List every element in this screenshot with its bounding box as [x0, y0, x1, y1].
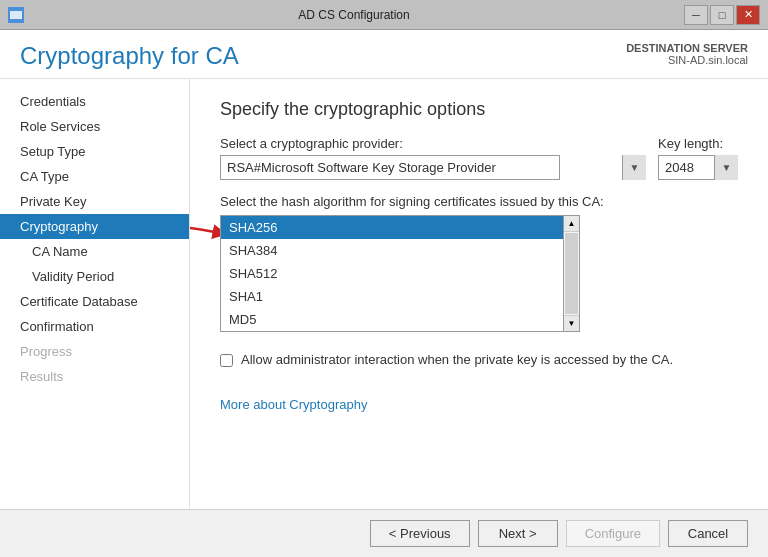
- hash-listbox-wrapper: SHA256 SHA384 SHA512 SHA1 MD5 ▲ ▼: [220, 215, 580, 332]
- close-button[interactable]: ✕: [736, 5, 760, 25]
- provider-label: Select a cryptographic provider:: [220, 136, 646, 151]
- sidebar-item-certificate-database[interactable]: Certificate Database: [0, 289, 189, 314]
- sidebar-item-private-key[interactable]: Private Key: [0, 189, 189, 214]
- key-length-label: Key length:: [658, 136, 738, 151]
- section-title: Specify the cryptographic options: [220, 99, 738, 120]
- key-length-select-container: 2048 ▼: [658, 155, 738, 180]
- previous-button[interactable]: < Previous: [370, 520, 470, 547]
- sidebar-item-setup-type[interactable]: Setup Type: [0, 139, 189, 164]
- title-bar-icon: [8, 7, 24, 23]
- key-length-col: Key length: 2048 ▼: [658, 136, 738, 180]
- hash-label: Select the hash algorithm for signing ce…: [220, 194, 738, 209]
- hash-group: Select the hash algorithm for signing ce…: [220, 194, 738, 332]
- next-button[interactable]: Next >: [478, 520, 558, 547]
- window-controls: ─ □ ✕: [684, 5, 760, 25]
- hash-item-md5[interactable]: MD5: [221, 308, 563, 331]
- content-area: Credentials Role Services Setup Type CA …: [0, 79, 768, 509]
- provider-key-row: Select a cryptographic provider: RSA#Mic…: [220, 136, 738, 180]
- admin-interaction-label[interactable]: Allow administrator interaction when the…: [241, 352, 673, 367]
- maximize-button[interactable]: □: [710, 5, 734, 25]
- main-content: Specify the cryptographic options Select…: [190, 79, 768, 509]
- minimize-button[interactable]: ─: [684, 5, 708, 25]
- sidebar-item-role-services[interactable]: Role Services: [0, 114, 189, 139]
- page-header: Cryptography for CA DESTINATION SERVER S…: [0, 30, 768, 79]
- sidebar-item-credentials[interactable]: Credentials: [0, 89, 189, 114]
- destination-label: DESTINATION SERVER: [626, 42, 748, 54]
- destination-server: DESTINATION SERVER SIN-AD.sin.local: [626, 42, 748, 66]
- destination-value: SIN-AD.sin.local: [668, 54, 748, 66]
- configure-button: Configure: [566, 520, 660, 547]
- sidebar-item-ca-name[interactable]: CA Name: [0, 239, 189, 264]
- provider-select[interactable]: RSA#Microsoft Software Key Storage Provi…: [220, 155, 560, 180]
- window-title: AD CS Configuration: [24, 8, 684, 22]
- sidebar-item-cryptography[interactable]: Cryptography: [0, 214, 189, 239]
- hash-item-sha512[interactable]: SHA512: [221, 262, 563, 285]
- sidebar-item-confirmation[interactable]: Confirmation: [0, 314, 189, 339]
- checkbox-row: Allow administrator interaction when the…: [220, 352, 738, 367]
- provider-select-container: RSA#Microsoft Software Key Storage Provi…: [220, 155, 646, 180]
- scroll-thumb: [565, 233, 578, 314]
- admin-interaction-checkbox[interactable]: [220, 354, 233, 367]
- sidebar-item-validity-period[interactable]: Validity Period: [0, 264, 189, 289]
- cancel-button[interactable]: Cancel: [668, 520, 748, 547]
- hash-options-list: SHA256 SHA384 SHA512 SHA1 MD5: [220, 215, 564, 332]
- scroll-down-button[interactable]: ▼: [564, 315, 579, 331]
- hash-item-sha384[interactable]: SHA384: [221, 239, 563, 262]
- key-length-select[interactable]: 2048: [658, 155, 738, 180]
- svg-rect-1: [10, 11, 22, 19]
- provider-col: Select a cryptographic provider: RSA#Mic…: [220, 136, 646, 180]
- more-about-link[interactable]: More about Cryptography: [220, 397, 367, 412]
- sidebar-item-ca-type[interactable]: CA Type: [0, 164, 189, 189]
- sidebar: Credentials Role Services Setup Type CA …: [0, 79, 190, 509]
- sidebar-item-results: Results: [0, 364, 189, 389]
- hash-item-sha1[interactable]: SHA1: [221, 285, 563, 308]
- sidebar-item-progress: Progress: [0, 339, 189, 364]
- scroll-up-button[interactable]: ▲: [564, 216, 579, 232]
- main-window: Cryptography for CA DESTINATION SERVER S…: [0, 30, 768, 557]
- hash-item-sha256[interactable]: SHA256: [221, 216, 563, 239]
- page-title: Cryptography for CA: [20, 42, 239, 70]
- hash-listbox: SHA256 SHA384 SHA512 SHA1 MD5 ▲ ▼: [220, 215, 580, 332]
- title-bar: AD CS Configuration ─ □ ✕: [0, 0, 768, 30]
- footer: < Previous Next > Configure Cancel: [0, 509, 768, 557]
- hash-scrollbar: ▲ ▼: [564, 215, 580, 332]
- provider-dropdown-arrow: ▼: [622, 155, 646, 180]
